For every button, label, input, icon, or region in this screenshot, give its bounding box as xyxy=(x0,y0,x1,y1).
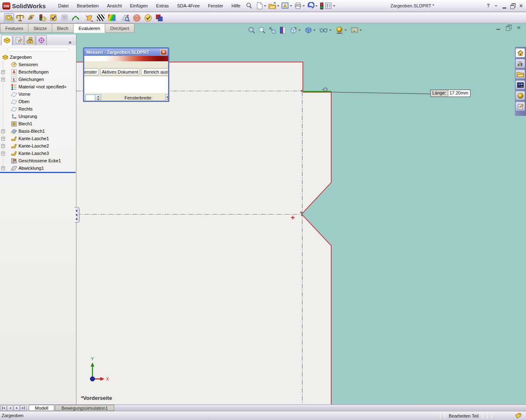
performance-button[interactable] xyxy=(320,2,324,10)
tree-item-label[interactable]: Material <not specified> xyxy=(18,84,67,89)
tree-item-label[interactable]: Gleichungen xyxy=(18,77,44,82)
section-view-button[interactable] xyxy=(279,26,287,34)
appearances-button[interactable] xyxy=(515,91,525,100)
tree-item-label[interactable]: Beschriftungen xyxy=(18,69,48,74)
dropdown-arrow-icon[interactable] xyxy=(315,5,318,7)
dropdown-arrow-icon[interactable] xyxy=(290,5,292,7)
draft-analysis-button[interactable] xyxy=(85,13,95,22)
edit-appearance-button[interactable] xyxy=(335,26,348,34)
expand-icon[interactable]: + xyxy=(1,152,5,155)
tree-item-label[interactable]: Rechts xyxy=(18,106,32,111)
tree-root[interactable]: Zargeoben xyxy=(0,53,76,61)
dropdown-arrow-icon[interactable] xyxy=(333,5,335,7)
restore-button[interactable] xyxy=(510,3,515,8)
tree-item-label[interactable]: Basis-Blech1 xyxy=(18,129,45,134)
view-palette-button[interactable] xyxy=(515,80,525,90)
menu-einfuegen[interactable]: Einfügen xyxy=(126,0,152,12)
spinner-field[interactable] xyxy=(85,95,95,102)
tree-item-beschriftungen[interactable]: + A Beschriftungen xyxy=(0,68,76,76)
tree-item-label[interactable]: Blech1 xyxy=(18,121,32,126)
measure-dialog-close-button[interactable]: ✕ xyxy=(160,49,167,55)
custom-properties-button[interactable] xyxy=(515,102,525,111)
tree-item-vorne[interactable]: Vorne xyxy=(0,90,76,98)
open-button[interactable] xyxy=(268,2,281,9)
dropdown-arrow-icon[interactable] xyxy=(360,30,362,31)
tree-item-geschlossene-ecke1[interactable]: Geschlossene Ecke1 xyxy=(0,157,76,164)
tree-item-oben[interactable]: Oben xyxy=(0,98,76,105)
filter-button[interactable] xyxy=(268,26,277,34)
tag-icon[interactable] xyxy=(514,413,522,419)
minimize-button[interactable] xyxy=(503,7,506,9)
dropdown-arrow-icon[interactable] xyxy=(302,5,305,7)
section-properties-button[interactable] xyxy=(26,13,36,22)
zoom-area-button[interactable] xyxy=(258,26,266,34)
tab-scroll-last-button[interactable] xyxy=(20,405,26,411)
tab-scroll-first-button[interactable] xyxy=(0,405,7,411)
view-orientation-button[interactable] xyxy=(289,26,302,34)
deviation-analysis-button[interactable] xyxy=(71,13,81,22)
tree-item-sensoren[interactable]: Sensoren xyxy=(0,61,76,68)
check-entity-button[interactable] xyxy=(48,13,58,22)
tab-bewegungssimulation[interactable]: Bewegungssimulation1 xyxy=(55,405,114,411)
spinner-buttons[interactable] xyxy=(95,95,101,102)
tab-scroll-next-button[interactable] xyxy=(14,405,20,411)
help-button[interactable]: ? xyxy=(487,2,489,9)
expand-icon[interactable]: + xyxy=(1,129,5,133)
dimxpert-manager-tab[interactable] xyxy=(36,35,47,45)
tree-item-ursprung[interactable]: Ursprung xyxy=(0,113,76,120)
display-style-button[interactable] xyxy=(305,26,317,34)
property-manager-tab[interactable] xyxy=(13,35,24,45)
sensor-button[interactable] xyxy=(37,13,47,22)
menu-ansicht[interactable]: Ansicht xyxy=(103,0,126,12)
print-button[interactable] xyxy=(294,2,306,9)
search-icon[interactable] xyxy=(245,2,253,9)
tree-item-label[interactable]: Vorne xyxy=(18,92,30,97)
compare-add-button[interactable] xyxy=(60,13,69,22)
spin-up-icon[interactable] xyxy=(97,96,99,97)
tree-item-label[interactable]: Ursprung xyxy=(18,114,37,119)
feature-manager-tab[interactable] xyxy=(1,35,12,45)
publish-button[interactable] xyxy=(281,2,293,9)
dropdown-arrow-icon[interactable] xyxy=(344,30,347,31)
expand-icon[interactable]: + xyxy=(1,166,5,170)
measure-dialog-titlebar[interactable]: Messen - Zargeoben.SLDPRT ✕ xyxy=(84,48,168,56)
panel-overflow-chevron[interactable]: » xyxy=(69,39,71,45)
fensterbreite-field[interactable]: 5 xyxy=(165,95,169,102)
curvature-button[interactable] xyxy=(107,13,117,22)
tree-item-label[interactable]: Abwicklung1 xyxy=(18,166,44,171)
menu-extras[interactable]: Extras xyxy=(152,0,173,12)
tree-item-label[interactable]: Zargeoben xyxy=(10,55,32,60)
mass-properties-button[interactable] xyxy=(15,13,25,22)
new-document-button[interactable] xyxy=(256,2,268,9)
tree-item-material[interactable]: Material <not specified> xyxy=(0,83,76,90)
expand-icon[interactable]: + xyxy=(1,78,5,81)
help-dropdown-icon[interactable] xyxy=(495,5,497,7)
geometry-check-button[interactable] xyxy=(143,13,153,22)
compare-documents-button[interactable] xyxy=(154,13,164,22)
tree-item-label[interactable]: Sensoren xyxy=(18,62,38,67)
configuration-manager-tab[interactable] xyxy=(24,35,35,45)
design-library-button[interactable] xyxy=(515,59,525,68)
measure-dialog[interactable]: Messen - Zargeoben.SLDPRT ✕ Fenster Akti… xyxy=(83,47,169,102)
menu-fenster[interactable]: Fenster xyxy=(204,0,227,12)
tree-item-label[interactable]: Kante-Lasche1 xyxy=(18,136,49,141)
menu-hilfe[interactable]: Hilfe xyxy=(227,0,245,12)
menu-sda4free[interactable]: SDA-4Free xyxy=(173,0,204,12)
dialog-tab-bereich[interactable]: Bereich auswä xyxy=(141,68,169,76)
tree-item-gleichungen[interactable]: + Σ Gleichungen xyxy=(0,76,76,83)
tree-filter-bar[interactable] xyxy=(7,48,69,51)
child-close-button[interactable]: × xyxy=(517,25,521,30)
tab-scroll-prev-button[interactable] xyxy=(7,405,13,411)
symmetry-check-button[interactable] xyxy=(132,13,142,22)
task-pane-home-button[interactable] xyxy=(515,48,525,58)
close-button[interactable]: × xyxy=(519,3,523,9)
hide-show-items-button[interactable] xyxy=(319,27,333,34)
tree-item-kante-lasche2[interactable]: + Kante-Lasche2 xyxy=(0,142,76,150)
expand-icon[interactable]: + xyxy=(1,137,5,141)
spin-down-icon[interactable] xyxy=(97,99,99,100)
spinner-control[interactable] xyxy=(85,95,101,102)
zebra-stripes-button[interactable] xyxy=(96,13,106,22)
tree-item-label[interactable]: Kante-Lasche3 xyxy=(18,151,49,156)
dropdown-arrow-icon[interactable] xyxy=(313,30,316,31)
tree-item-basis-blech1[interactable]: + Basis-Blech1 xyxy=(0,127,76,135)
